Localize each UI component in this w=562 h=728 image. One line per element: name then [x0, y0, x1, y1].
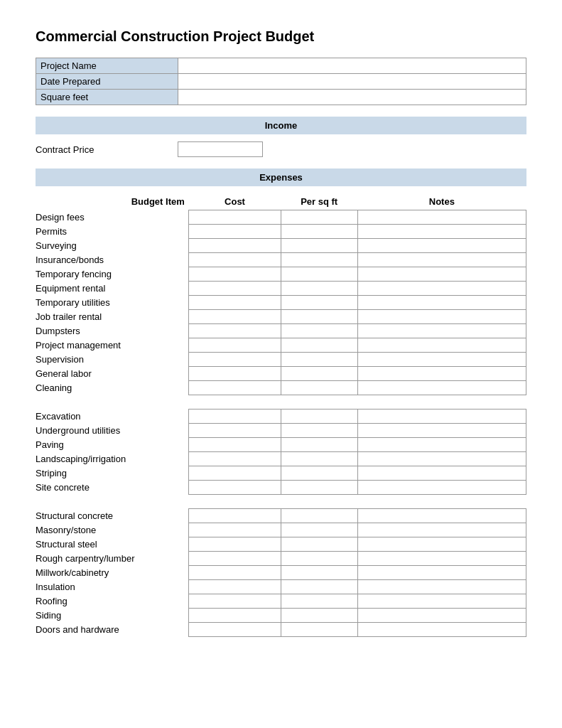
table-row: Paving — [36, 438, 526, 452]
cost-cell[interactable] — [189, 438, 281, 452]
cost-cell[interactable] — [189, 296, 281, 310]
persqft-cell[interactable] — [281, 282, 357, 296]
notes-cell[interactable] — [357, 552, 526, 566]
contract-price-input[interactable] — [178, 141, 263, 157]
notes-cell[interactable] — [357, 594, 526, 609]
cost-cell[interactable] — [189, 552, 281, 566]
cost-cell[interactable] — [189, 282, 281, 296]
col-header-persqft: Per sq ft — [281, 193, 357, 210]
notes-cell[interactable] — [357, 481, 526, 495]
cost-cell[interactable] — [189, 580, 281, 594]
notes-cell[interactable] — [357, 239, 526, 253]
col-header-item: Budget Item — [36, 193, 189, 210]
budget-item-label: Project management — [36, 338, 189, 353]
persqft-cell[interactable] — [281, 609, 357, 623]
page-title: Commercial Construction Project Budget — [36, 28, 526, 45]
cost-cell[interactable] — [189, 253, 281, 267]
persqft-cell[interactable] — [281, 353, 357, 367]
cost-cell[interactable] — [189, 310, 281, 324]
persqft-cell[interactable] — [281, 239, 357, 253]
cost-cell[interactable] — [189, 225, 281, 239]
cost-cell[interactable] — [189, 509, 281, 523]
notes-cell[interactable] — [357, 523, 526, 537]
notes-cell[interactable] — [357, 324, 526, 338]
info-value[interactable] — [178, 74, 526, 90]
notes-cell[interactable] — [357, 282, 526, 296]
budget-item-label: Insurance/bonds — [36, 253, 189, 267]
cost-cell[interactable] — [189, 410, 281, 424]
notes-cell[interactable] — [357, 466, 526, 481]
persqft-cell[interactable] — [281, 225, 357, 239]
notes-cell[interactable] — [357, 338, 526, 353]
cost-cell[interactable] — [189, 381, 281, 395]
info-value[interactable] — [178, 58, 526, 74]
persqft-cell[interactable] — [281, 210, 357, 225]
notes-cell[interactable] — [357, 410, 526, 424]
cost-cell[interactable] — [189, 324, 281, 338]
notes-cell[interactable] — [357, 509, 526, 523]
cost-cell[interactable] — [189, 452, 281, 466]
cost-cell[interactable] — [189, 623, 281, 637]
notes-cell[interactable] — [357, 580, 526, 594]
cost-cell[interactable] — [189, 338, 281, 353]
table-row: Striping — [36, 466, 526, 481]
persqft-cell[interactable] — [281, 424, 357, 438]
persqft-cell[interactable] — [281, 381, 357, 395]
notes-cell[interactable] — [357, 452, 526, 466]
persqft-cell[interactable] — [281, 523, 357, 537]
notes-cell[interactable] — [357, 566, 526, 580]
notes-cell[interactable] — [357, 267, 526, 282]
persqft-cell[interactable] — [281, 466, 357, 481]
cost-cell[interactable] — [189, 594, 281, 609]
notes-cell[interactable] — [357, 310, 526, 324]
notes-cell[interactable] — [357, 438, 526, 452]
cost-cell[interactable] — [189, 239, 281, 253]
persqft-cell[interactable] — [281, 253, 357, 267]
persqft-cell[interactable] — [281, 594, 357, 609]
persqft-cell[interactable] — [281, 580, 357, 594]
notes-cell[interactable] — [357, 296, 526, 310]
persqft-cell[interactable] — [281, 537, 357, 552]
notes-cell[interactable] — [357, 353, 526, 367]
persqft-cell[interactable] — [281, 338, 357, 353]
table-row: Structural steel — [36, 537, 526, 552]
notes-cell[interactable] — [357, 424, 526, 438]
persqft-cell[interactable] — [281, 481, 357, 495]
cost-cell[interactable] — [189, 210, 281, 225]
persqft-cell[interactable] — [281, 623, 357, 637]
persqft-cell[interactable] — [281, 410, 357, 424]
persqft-cell[interactable] — [281, 452, 357, 466]
persqft-cell[interactable] — [281, 267, 357, 282]
persqft-cell[interactable] — [281, 324, 357, 338]
cost-cell[interactable] — [189, 481, 281, 495]
persqft-cell[interactable] — [281, 509, 357, 523]
notes-cell[interactable] — [357, 537, 526, 552]
cost-cell[interactable] — [189, 566, 281, 580]
notes-cell[interactable] — [357, 623, 526, 637]
notes-cell[interactable] — [357, 210, 526, 225]
persqft-cell[interactable] — [281, 566, 357, 580]
persqft-cell[interactable] — [281, 552, 357, 566]
notes-cell[interactable] — [357, 381, 526, 395]
table-row: Supervision — [36, 353, 526, 367]
notes-cell[interactable] — [357, 609, 526, 623]
info-value[interactable] — [178, 90, 526, 105]
persqft-cell[interactable] — [281, 438, 357, 452]
cost-cell[interactable] — [189, 609, 281, 623]
cost-cell[interactable] — [189, 537, 281, 552]
cost-cell[interactable] — [189, 267, 281, 282]
table-row: General labor — [36, 367, 526, 381]
persqft-cell[interactable] — [281, 367, 357, 381]
persqft-cell[interactable] — [281, 296, 357, 310]
cost-cell[interactable] — [189, 466, 281, 481]
budget-item-label: Rough carpentry/lumber — [36, 552, 189, 566]
notes-cell[interactable] — [357, 253, 526, 267]
budget-item-label: Striping — [36, 466, 189, 481]
persqft-cell[interactable] — [281, 310, 357, 324]
cost-cell[interactable] — [189, 353, 281, 367]
notes-cell[interactable] — [357, 225, 526, 239]
cost-cell[interactable] — [189, 523, 281, 537]
cost-cell[interactable] — [189, 424, 281, 438]
notes-cell[interactable] — [357, 367, 526, 381]
cost-cell[interactable] — [189, 367, 281, 381]
